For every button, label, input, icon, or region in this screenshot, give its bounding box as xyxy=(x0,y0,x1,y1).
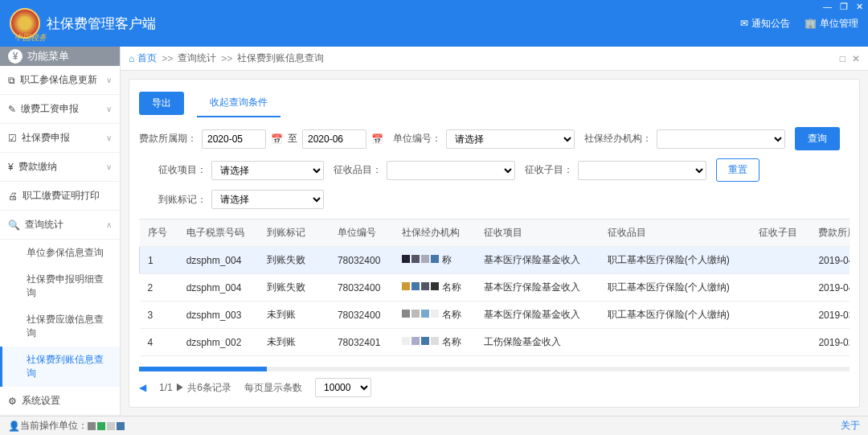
table-row[interactable]: 1dzsphm_004到账失败78032400 称基本医疗保险基金收入职工基本医… xyxy=(140,247,850,274)
calendar-icon[interactable]: 📅 xyxy=(371,133,383,145)
about-link[interactable]: 关于 xyxy=(841,419,860,433)
kind-select[interactable] xyxy=(387,161,515,180)
collapse-filters-tab[interactable]: 收起查询条件 xyxy=(197,89,280,117)
sub-org-insurance-query[interactable]: 单位参保信息查询 xyxy=(0,240,120,266)
chevron-down-icon: ∨ xyxy=(106,76,112,84)
table-cell xyxy=(751,274,810,302)
menu-wage-report[interactable]: ✎缴费工资申报∨ xyxy=(0,95,120,124)
table-cell: 1 xyxy=(140,247,178,274)
menu-fee-pay[interactable]: ¥费款缴纳∨ xyxy=(0,153,120,182)
table-cell xyxy=(751,302,810,329)
menu-settings[interactable]: ⚙系统设置 xyxy=(0,387,120,416)
table-header-cell[interactable]: 征收子目 xyxy=(751,220,810,247)
page-size-select[interactable]: 10000 xyxy=(315,378,371,397)
sub-select[interactable] xyxy=(578,161,706,180)
agency-select[interactable] xyxy=(657,129,785,149)
table-cell: dzsphm_001 xyxy=(178,356,260,364)
maximize-button[interactable]: ❐ xyxy=(840,2,848,12)
kind-label: 征收品目： xyxy=(334,163,382,177)
table-cell: 2019-03 xyxy=(810,302,850,329)
breadcrumb-l1: 查询统计 xyxy=(178,51,216,65)
period-to-input[interactable] xyxy=(302,129,366,149)
table-cell: 工伤保险基金收入 xyxy=(476,329,599,356)
arrive-select[interactable]: 请选择 xyxy=(211,190,324,209)
table-cell: 已足额到账 xyxy=(259,356,330,364)
money-icon: ¥ xyxy=(8,162,14,173)
period-label: 费款所属期： xyxy=(139,132,197,146)
current-org-value xyxy=(88,422,125,430)
sidebar-menu: ⧉职工参保信息更新∨ ✎缴费工资申报∨ ☑社保费申报∨ ¥费款缴纳∨ 🖨职工缴费… xyxy=(0,66,120,240)
table-header-cell[interactable]: 到账标记 xyxy=(259,220,330,247)
table-header-cell[interactable]: 社保经办机构 xyxy=(394,220,476,247)
table-header-cell[interactable]: 征收品目 xyxy=(600,220,751,247)
table-cell: 基本医疗保险基金收入 xyxy=(476,302,599,329)
check-icon: ☑ xyxy=(8,133,17,144)
sidebar-menu-lower: ⚙系统设置 xyxy=(0,387,120,416)
results-table-wrap[interactable]: 序号电子税票号码到账标记单位编号社保经办机构征收项目征收品目征收子目费款所属期起… xyxy=(139,219,850,363)
app-title: 社保费管理客户端 xyxy=(47,14,156,33)
breadcrumb-home[interactable]: ⌂首页 xyxy=(129,51,157,65)
table-cell: 到账失败 xyxy=(259,274,330,302)
notice-label: 通知公告 xyxy=(751,17,790,31)
table-cell: 职工基本医疗保险(个人缴纳) xyxy=(600,302,751,329)
org-manage-link[interactable]: 🏢 单位管理 xyxy=(805,17,858,31)
table-cell: 基本医疗保险基金收入 xyxy=(476,274,599,302)
table-cell: 78032401 xyxy=(330,329,394,356)
period-to-text: 至 xyxy=(288,132,297,146)
prev-page-button[interactable]: ◀ xyxy=(139,382,146,393)
page-size-label: 每页显示条数 xyxy=(244,381,302,395)
horizontal-scrollbar[interactable] xyxy=(139,367,850,371)
panel-close-icon[interactable]: ✕ xyxy=(852,53,860,64)
table-cell: 未到账 xyxy=(259,329,330,356)
sub-fee-due-query[interactable]: 社保费应缴信息查询 xyxy=(0,306,120,347)
menu-fee-report[interactable]: ☑社保费申报∨ xyxy=(0,124,120,153)
table-header-row: 序号电子税票号码到账标记单位编号社保经办机构征收项目征收品目征收子目费款所属期起… xyxy=(140,220,850,247)
filter-row-1: 费款所属期： 📅 至 📅 单位编号： 请选择 社保经办机构： xyxy=(139,127,850,150)
table-row[interactable]: 3dzsphm_003未到账78032400 名称基本医疗保险基金收入职工基本医… xyxy=(140,302,850,329)
breadcrumb: ⌂首页 >> 查询统计 >> 社保费到账信息查询 □ ✕ xyxy=(121,47,868,71)
period-from-input[interactable] xyxy=(202,129,266,149)
agency-label: 社保经办机构： xyxy=(584,132,652,146)
sub-fee-report-detail-query[interactable]: 社保费申报明细查询 xyxy=(0,266,120,306)
panel-max-icon[interactable]: □ xyxy=(840,53,845,64)
close-button[interactable]: ✕ xyxy=(856,2,863,12)
action-bar: 导出 收起查询条件 xyxy=(139,89,850,117)
menu-query-stats[interactable]: 🔍查询统计∧ xyxy=(0,211,120,240)
table-header-cell[interactable]: 电子税票号码 xyxy=(178,220,260,247)
current-org-label: 当前操作单位： xyxy=(20,419,88,433)
sub-fee-arrival-query[interactable]: 社保费到账信息查询 xyxy=(0,347,120,387)
table-cell: 3 xyxy=(140,302,178,329)
notice-link[interactable]: ✉ 通知公告 xyxy=(740,17,790,31)
menu-insurance-update[interactable]: ⧉职工参保信息更新∨ xyxy=(0,66,120,95)
menu-print-cert[interactable]: 🖨职工缴费证明打印 xyxy=(0,182,120,211)
sidebar-title: 功能菜单 xyxy=(27,49,69,64)
calendar-icon[interactable]: 📅 xyxy=(271,133,283,145)
item-label: 征收项目： xyxy=(158,163,207,177)
table-cell: 称 xyxy=(394,247,476,274)
reset-button[interactable]: 重置 xyxy=(716,158,760,182)
org-manage-label: 单位管理 xyxy=(820,17,858,31)
table-row[interactable]: 4dzsphm_002未到账78032401 名称工伤保险基金收入2019-02… xyxy=(140,329,850,356)
app-window: 中国税务 社保费管理客户端 ✉ 通知公告 🏢 单位管理 — ❐ ✕ ¥ 功能菜单 xyxy=(0,0,868,435)
query-button[interactable]: 查询 xyxy=(795,127,840,150)
table-cell: 名称 xyxy=(394,329,476,356)
item-select[interactable]: 请选择 xyxy=(211,161,324,180)
sidebar: ¥ 功能菜单 ⧉职工参保信息更新∨ ✎缴费工资申报∨ ☑社保费申报∨ ¥费款缴纳… xyxy=(0,47,121,416)
minimize-button[interactable]: — xyxy=(823,2,832,12)
table-header-cell[interactable]: 单位编号 xyxy=(330,220,394,247)
table-row[interactable]: 2dzsphm_004到账失败78032400 名称基本医疗保险基金收入职工基本… xyxy=(140,274,850,302)
export-button[interactable]: 导出 xyxy=(139,92,184,115)
table-cell: 名称 xyxy=(394,274,476,302)
panel-controls: □ ✕ xyxy=(840,53,860,64)
table-cell xyxy=(751,329,810,356)
table-header-cell[interactable]: 序号 xyxy=(140,220,178,247)
table-header-cell[interactable]: 征收项目 xyxy=(476,220,599,247)
org-select[interactable]: 请选择 xyxy=(446,129,575,149)
table-header-cell[interactable]: 费款所属期起 xyxy=(810,220,850,247)
search-icon: 🔍 xyxy=(8,220,20,231)
table-cell: 2019-01 xyxy=(810,356,850,364)
status-bar: 👤 当前操作单位： 关于 xyxy=(0,416,868,435)
table-row[interactable]: 5dzsphm_001已足额到账78032400 称基本医疗保险基金收入职工基本… xyxy=(140,356,850,364)
page-info: 1/1 ▶ 共6条记录 xyxy=(159,381,231,395)
app-body: ¥ 功能菜单 ⧉职工参保信息更新∨ ✎缴费工资申报∨ ☑社保费申报∨ ¥费款缴纳… xyxy=(0,47,868,416)
